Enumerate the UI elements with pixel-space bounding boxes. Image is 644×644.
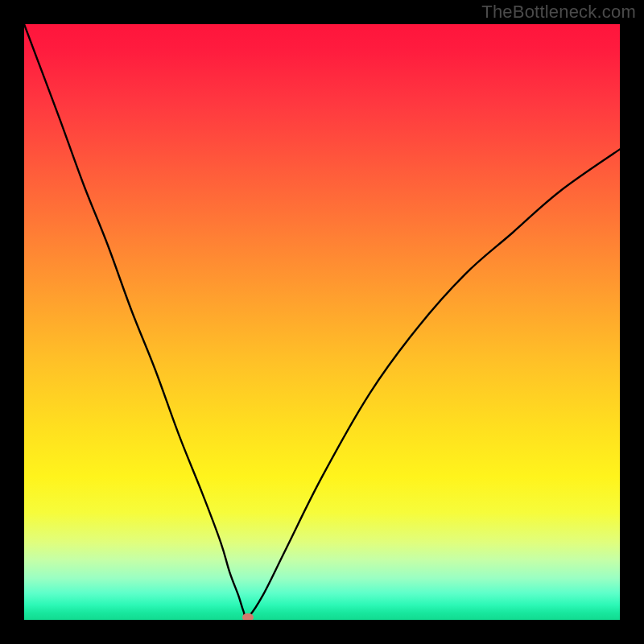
bottleneck-curve-path [24,24,620,618]
chart-frame: TheBottleneck.com [0,0,644,644]
watermark-text: TheBottleneck.com [481,2,636,23]
plot-area [24,24,620,620]
minimum-marker [242,613,254,620]
curve-svg [24,24,620,620]
